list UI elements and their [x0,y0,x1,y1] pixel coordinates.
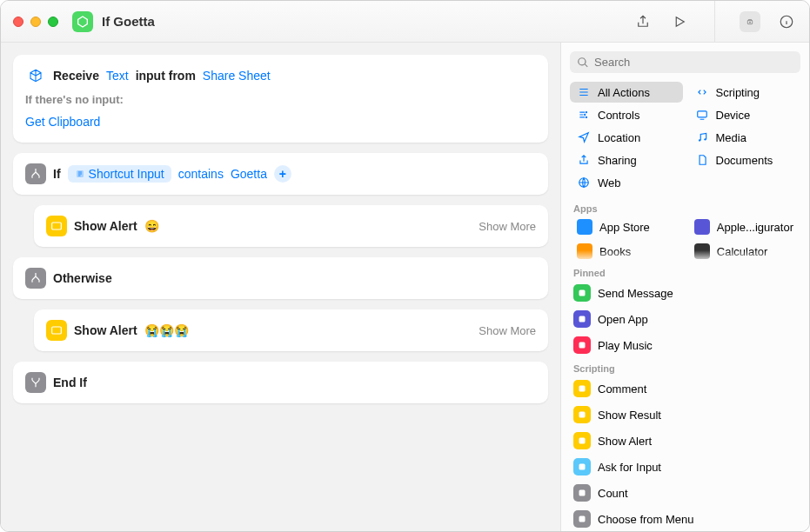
shortcut-app-icon [72,11,93,32]
category-label: Media [716,131,746,144]
app-icon [577,243,592,259]
endif-card[interactable]: End If [13,362,548,403]
input-from-label: input from [136,69,196,83]
app-calculator[interactable]: Calculator [687,240,800,263]
minimize-window-button[interactable] [30,17,41,27]
no-input-label: If there's no input: [25,93,536,106]
pinned-action-send-message[interactable]: Send Message [568,280,802,306]
scripting-action-count[interactable]: Count [568,480,802,506]
alert-action-card-2[interactable]: Show Alert 😭😭😭 Show More [34,309,548,351]
show-more-button[interactable]: Show More [479,324,536,337]
input-source-token[interactable]: Share Sheet [203,69,271,83]
branch-icon [25,268,46,289]
category-icon [577,85,591,99]
action-label: Show Result [598,409,661,422]
library-button[interactable] [740,11,760,32]
receive-action-card[interactable]: Receive Text input from Share Sheet If t… [13,55,548,143]
svg-point-9 [698,139,700,141]
action-icon [573,310,591,328]
category-label: Web [598,176,621,190]
category-icon [577,153,591,167]
scripting-action-choose-from-menu[interactable]: Choose from Menu [568,506,802,531]
action-label: Send Message [598,287,673,300]
actions-sidebar: All ActionsScriptingControlsDeviceLocati… [560,43,809,531]
run-button[interactable] [669,11,690,32]
share-button[interactable] [633,11,653,32]
alert-action-card-1[interactable]: Show Alert 😄 Show More [34,205,548,247]
action-icon [573,458,591,475]
app-label: Calculator [717,245,768,258]
category-documents[interactable]: Documents [688,150,801,170]
action-icon [573,380,591,397]
category-location[interactable]: Location [570,127,683,148]
category-scripting[interactable]: Scripting [688,82,801,103]
branch-icon [25,372,46,393]
scripting-action-show-alert[interactable]: Show Alert [568,428,802,454]
svg-point-6 [584,114,586,116]
action-label: Play Music [598,339,653,352]
action-label: Open App [598,313,648,326]
search-field[interactable] [570,51,800,73]
action-icon [573,484,591,502]
category-web[interactable]: Web [570,172,683,193]
scripting-action-ask-for-input[interactable]: Ask for Input [568,454,802,480]
apps-grid: App StoreApple...iguratorBooksCalculator [561,216,809,263]
app-icon [694,219,710,235]
svg-rect-3 [52,223,62,229]
category-controls[interactable]: Controls [570,104,683,125]
app-label: App Store [599,221,650,234]
app-icon [694,243,710,259]
svg-point-5 [586,111,587,113]
action-icon [573,406,591,423]
pinned-action-play-music[interactable]: Play Music [568,332,802,358]
input-type-token[interactable]: Text [106,69,129,83]
category-label: Sharing [598,154,637,167]
editor-canvas[interactable]: Receive Text input from Share Sheet If t… [1,43,560,531]
toolbar-right [633,1,797,43]
scripting-action-show-result[interactable]: Show Result [568,402,802,428]
search-input[interactable] [594,56,793,69]
info-button[interactable] [776,11,797,32]
action-icon [573,510,591,528]
branch-icon [25,163,46,184]
category-sharing[interactable]: Sharing [570,150,683,170]
apps-header: Apps [561,198,809,216]
svg-rect-19 [579,490,586,496]
window-title: If Goetta [102,14,633,29]
svg-rect-12 [579,290,586,296]
category-label: Location [598,131,640,144]
if-variable-token[interactable]: Shortcut Input [68,165,171,183]
action-icon [573,432,591,449]
category-device[interactable]: Device [688,104,801,125]
if-operator-token[interactable]: contains [178,167,224,181]
category-all-actions[interactable]: All Actions [570,82,683,103]
svg-rect-20 [579,516,586,522]
pinned-list: Send MessageOpen AppPlay Music [561,280,809,358]
otherwise-card[interactable]: Otherwise [13,257,548,299]
fallback-action-token[interactable]: Get Clipboard [25,115,100,129]
alert-label: Show Alert [74,219,137,233]
titlebar: If Goetta [1,1,809,43]
action-icon [573,336,591,354]
svg-rect-13 [579,316,586,323]
category-icon [577,130,591,144]
zoom-window-button[interactable] [48,17,58,27]
app-app-store[interactable]: App Store [570,216,682,238]
app-books[interactable]: Books [570,240,682,263]
svg-rect-17 [579,438,586,444]
if-action-card[interactable]: If Shortcut Input contains Goetta + [13,153,548,195]
if-value-token[interactable]: Goetta [231,167,267,181]
alert-emoji: 😭😭😭 [144,323,189,337]
action-label: Choose from Menu [598,513,694,526]
pinned-action-open-app[interactable]: Open App [568,306,802,332]
close-window-button[interactable] [13,17,23,27]
category-label: All Actions [598,86,650,99]
category-media[interactable]: Media [688,127,801,148]
category-icon [695,85,709,99]
svg-rect-16 [579,412,586,418]
scripting-action-comment[interactable]: Comment [568,376,802,402]
show-more-button[interactable]: Show More [479,220,536,233]
app-apple-igurator[interactable]: Apple...igurator [687,216,800,238]
category-label: Scripting [716,86,760,99]
add-condition-button[interactable]: + [274,165,291,183]
